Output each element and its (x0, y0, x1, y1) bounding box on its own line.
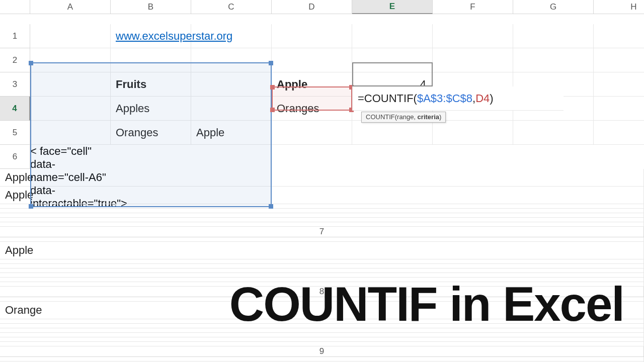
tooltip-arg1: range, (397, 113, 416, 121)
cell-B7[interactable]: Apple (0, 242, 644, 259)
cell-C3[interactable] (191, 72, 272, 97)
row-header-7[interactable]: 7 (0, 227, 644, 237)
cell-G8[interactable] (0, 337, 644, 342)
col-header-C[interactable]: C (191, 0, 272, 14)
cell-F6[interactable] (0, 213, 644, 218)
cell-F8[interactable] (0, 333, 644, 337)
row-header-9[interactable]: 9 (0, 346, 644, 357)
cell-C7[interactable] (0, 259, 644, 264)
row-header-3[interactable]: 3 (0, 72, 30, 97)
function-tooltip: COUNTIF(range, criteria) (361, 112, 446, 123)
cell-B2[interactable] (111, 48, 191, 72)
cell-A1[interactable] (30, 24, 111, 48)
cell-G6[interactable] (0, 218, 644, 222)
cell-D6[interactable] (0, 204, 644, 209)
cell-A2[interactable] (30, 48, 111, 72)
cell-C4[interactable] (191, 97, 272, 121)
cell-G2[interactable] (513, 48, 594, 72)
col-header-G[interactable]: G (513, 0, 594, 14)
cell-C6[interactable]: Apple (0, 187, 644, 204)
row-header-1[interactable]: 1 (0, 24, 30, 48)
cell-B3[interactable]: Fruits (111, 72, 191, 97)
cell-C5[interactable]: Apple (191, 121, 272, 145)
overlay-title: COUNTIF in Excel (229, 277, 624, 332)
col-header-E[interactable]: E (352, 0, 433, 14)
row-header-2[interactable]: 2 (0, 48, 30, 72)
col-header-D[interactable]: D (272, 0, 352, 14)
cell-H1[interactable] (594, 24, 644, 48)
col-header-A[interactable]: A (30, 0, 111, 14)
tooltip-fn: COUNTIF( (366, 113, 397, 121)
cell-D3[interactable]: Apple (272, 72, 352, 97)
cell-F1[interactable] (433, 24, 513, 48)
row-header-5[interactable]: 5 (0, 121, 30, 145)
formula-suffix: ) (490, 92, 493, 105)
cell-A5[interactable] (30, 121, 111, 145)
cell-G1[interactable] (513, 24, 594, 48)
tooltip-close: ) (439, 113, 441, 121)
formula-edit-cell[interactable]: =COUNTIF($A$3:$C$8,D4) (352, 86, 564, 111)
select-all-corner[interactable] (0, 0, 30, 14)
col-header-B[interactable]: B (111, 0, 191, 14)
cell-H3[interactable] (594, 72, 644, 97)
cell-H6[interactable] (0, 222, 644, 227)
cell-H2[interactable] (594, 48, 644, 72)
col-header-H[interactable]: H (594, 0, 644, 14)
spreadsheet-grid[interactable]: A B C D E F G H 1 www.excelsuperstar.org… (0, 0, 644, 169)
cell-E2[interactable] (352, 48, 433, 72)
cell-H4[interactable] (594, 97, 644, 121)
cell-B1[interactable]: www.excelsuperstar.org (111, 24, 191, 48)
formula-criteria: D4 (475, 92, 490, 105)
row-header-4[interactable]: 4 (0, 97, 30, 121)
cell-C2[interactable] (191, 48, 272, 72)
cell-D2[interactable] (272, 48, 352, 72)
cell-F2[interactable] (433, 48, 513, 72)
cell-E1[interactable] (352, 24, 433, 48)
row-header-6[interactable]: 6 (0, 145, 30, 169)
formula-prefix: =COUNTIF( (358, 92, 417, 105)
cell-D1[interactable] (272, 24, 352, 48)
cell-A3[interactable] (30, 72, 111, 97)
cell-H8[interactable] (0, 342, 644, 346)
cell-B4[interactable]: Apples (111, 97, 191, 121)
cell-E6[interactable] (0, 209, 644, 213)
cell-A4[interactable] (30, 97, 111, 121)
formula-range: $A$3:$C$8 (417, 92, 472, 105)
cell-A7[interactable] (0, 237, 644, 242)
cell-E5[interactable] (352, 121, 433, 145)
cell-C1[interactable] (191, 24, 272, 48)
cell-A9[interactable] (0, 357, 644, 361)
cell-D4[interactable]: Oranges (272, 97, 352, 121)
col-header-F[interactable]: F (433, 0, 513, 14)
cell-F5[interactable] (433, 121, 513, 145)
cell-D5[interactable] (272, 121, 352, 145)
cell-E7[interactable] (0, 268, 644, 273)
cell-B6[interactable]: Apple (0, 169, 644, 187)
cell-D7[interactable] (0, 264, 644, 268)
tooltip-arg2: criteria (418, 113, 439, 121)
cell-H5[interactable] (594, 121, 644, 145)
cell-G5[interactable] (513, 121, 594, 145)
cell-B5[interactable]: Oranges (111, 121, 191, 145)
